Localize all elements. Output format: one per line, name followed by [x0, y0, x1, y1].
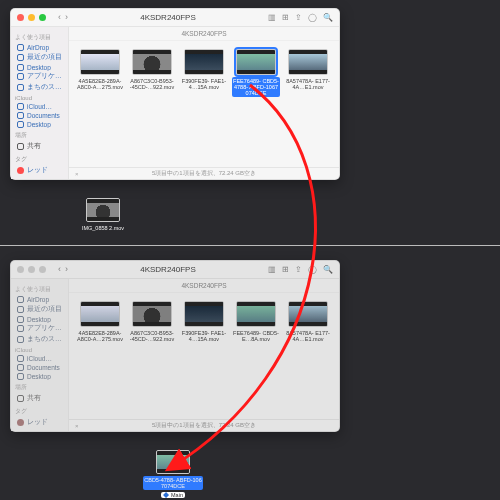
status-text: 5項目中の1項目を選択、72.24 GB空き [152, 169, 256, 178]
minimize-icon[interactable] [28, 266, 35, 273]
zoom-icon[interactable] [39, 266, 46, 273]
close-icon[interactable] [17, 266, 24, 273]
network-icon [17, 143, 24, 150]
sidebar-item-desktop[interactable]: Desktop [15, 315, 64, 323]
toolbar-tools[interactable]: ▥ ⊞ ⇪ ◯ 🔍 [268, 265, 333, 274]
file-grid[interactable]: 4A5E82E8-289A- A8C0-A…275.movA867C3C0-B9… [69, 41, 339, 167]
sidebar-item-desktop2[interactable]: Desktop [15, 120, 64, 128]
sidebar[interactable]: よく使う項目 AirDrop 最近の項目 Desktop アプリケ… まちのス…… [11, 279, 69, 431]
sidebar-item-tag-red[interactable]: レッド [15, 166, 64, 175]
sidebar-item-network[interactable]: 共有 [15, 394, 64, 403]
desktop-file-bottom[interactable]: CBD5-4788- ABFD-1067074DCE Main [148, 450, 198, 498]
airdrop-icon [17, 44, 24, 51]
sidebar-item-airdrop[interactable]: AirDrop [15, 296, 64, 304]
chevron-left-icon[interactable]: ‹ [58, 265, 61, 274]
clock-icon [17, 54, 24, 61]
sidebar[interactable]: よく使う項目 AirDrop 最近の項目 Desktop アプリケ… まちのス…… [11, 27, 69, 179]
sidebar-item-label: AirDrop [27, 296, 49, 303]
share-icon[interactable]: ⇪ [295, 265, 302, 274]
folder-icon [17, 336, 24, 343]
minimize-icon[interactable] [28, 14, 35, 21]
close-icon[interactable] [17, 14, 24, 21]
desktop-file-top[interactable]: IMG_0858 2.mov [78, 198, 128, 232]
titlebar[interactable]: ‹ › 4KSDR240FPS ▥ ⊞ ⇪ ◯ 🔍 [11, 261, 339, 279]
sidebar-item-documents[interactable]: Documents [15, 364, 64, 372]
sidebar-item-network[interactable]: 共有 [15, 142, 64, 151]
content-area[interactable]: 4KSDR240FPS 4A5E82E8-289A- A8C0-A…275.mo… [69, 279, 339, 431]
sidebar-item-label: まちのス… [27, 335, 62, 344]
view-icon[interactable]: ▥ [268, 13, 276, 22]
sidebar-item-desktop[interactable]: Desktop [15, 63, 64, 71]
zoom-icon[interactable] [39, 14, 46, 21]
apps-icon [17, 325, 24, 332]
group-header: 4KSDR240FPS [69, 27, 339, 41]
sidebar-head-locations: 場所 [15, 383, 64, 392]
file-item[interactable]: 4A5E82E8-289A- A8C0-A…275.mov [77, 301, 123, 343]
file-thumb [236, 301, 276, 327]
file-item[interactable]: A867C3C0-B953- -45CD-…922.mov [129, 49, 175, 91]
file-item[interactable]: FEE76489- CBD5-4788- ABFD-1067074DCE [233, 49, 279, 97]
file-item[interactable]: FEE76489- CBD5-E…8A.mov [233, 301, 279, 343]
sidebar-item-icloud[interactable]: iCloud… [15, 103, 64, 111]
search-icon[interactable]: 🔍 [323, 13, 333, 22]
path-close-icon[interactable]: × [75, 423, 79, 429]
traffic-lights[interactable] [17, 14, 46, 21]
file-grid[interactable]: 4A5E82E8-289A- A8C0-A…275.movA867C3C0-B9… [69, 293, 339, 419]
chevron-right-icon[interactable]: › [65, 13, 68, 22]
file-item[interactable]: 8A57478A- E177-4A…E1.mov [285, 49, 331, 91]
sidebar-item-label: レッド [27, 418, 48, 427]
cloud-icon [17, 103, 24, 110]
file-thumb [80, 49, 120, 75]
chevron-left-icon[interactable]: ‹ [58, 13, 61, 22]
sidebar-item-desktop2[interactable]: Desktop [15, 372, 64, 380]
sidebar-head-locations: 場所 [15, 131, 64, 140]
nav-back-forward[interactable]: ‹ › [58, 13, 68, 22]
sidebar-item-icloud[interactable]: iCloud… [15, 355, 64, 363]
sidebar-item-custom[interactable]: まちのス… [15, 334, 64, 343]
sidebar-item-custom[interactable]: まちのス… [15, 82, 64, 91]
tag-icon[interactable]: ◯ [308, 13, 317, 22]
sidebar-item-recents[interactable]: 最近の項目 [15, 53, 64, 62]
file-name: A867C3C0-B953- -45CD-…922.mov [128, 77, 176, 91]
file-name: 4A5E82E8-289A- A8C0-A…275.mov [76, 77, 124, 91]
traffic-lights[interactable] [17, 266, 46, 273]
file-name: IMG_0858 2.mov [73, 224, 133, 232]
sidebar-item-documents[interactable]: Documents [15, 112, 64, 120]
file-item[interactable]: A867C3C0-B953- -45CD-…922.mov [129, 301, 175, 343]
sidebar-item-label: Desktop [27, 64, 51, 71]
sidebar-item-apps[interactable]: アプリケ… [15, 72, 64, 81]
view-icon[interactable]: ▥ [268, 265, 276, 274]
group-icon[interactable]: ⊞ [282, 13, 289, 22]
sidebar-item-label: Desktop [27, 316, 51, 323]
file-item[interactable]: F390FE39- FAE1-4…15A.mov [181, 49, 227, 91]
chevron-right-icon[interactable]: › [65, 265, 68, 274]
sidebar-item-apps[interactable]: アプリケ… [15, 324, 64, 333]
path-close-icon[interactable]: × [75, 171, 79, 177]
search-icon[interactable]: 🔍 [323, 265, 333, 274]
sidebar-item-label: 共有 [27, 142, 41, 151]
tag-red-icon [17, 419, 24, 426]
file-item[interactable]: 4A5E82E8-289A- A8C0-A…275.mov [77, 49, 123, 91]
group-icon[interactable]: ⊞ [282, 265, 289, 274]
file-thumb [236, 49, 276, 75]
sidebar-head-icloud: iCloud [15, 95, 64, 101]
sidebar-item-tag-red[interactable]: レッド [15, 418, 64, 427]
file-name: FEE76489- CBD5-4788- ABFD-1067074DCE [232, 77, 280, 97]
sidebar-item-airdrop[interactable]: AirDrop [15, 44, 64, 52]
file-name: 4A5E82E8-289A- A8C0-A…275.mov [76, 329, 124, 343]
file-item[interactable]: 8A57478A- E177-4A…E1.mov [285, 301, 331, 343]
file-thumb [288, 301, 328, 327]
content-area[interactable]: 4KSDR240FPS 4A5E82E8-289A- A8C0-A…275.mo… [69, 27, 339, 179]
file-name: F390FE39- FAE1-4…15A.mov [180, 329, 228, 343]
tag-icon[interactable]: ◯ [308, 265, 317, 274]
nav-back-forward[interactable]: ‹ › [58, 265, 68, 274]
toolbar-tools[interactable]: ▥ ⊞ ⇪ ◯ 🔍 [268, 13, 333, 22]
sidebar-head-icloud: iCloud [15, 347, 64, 353]
share-icon[interactable]: ⇪ [295, 13, 302, 22]
file-item[interactable]: F390FE39- FAE1-4…15A.mov [181, 301, 227, 343]
titlebar[interactable]: ‹ › 4KSDR240FPS ▥ ⊞ ⇪ ◯ 🔍 [11, 9, 339, 27]
tag-red-icon [17, 167, 24, 174]
finder-window-bottom: ‹ › 4KSDR240FPS ▥ ⊞ ⇪ ◯ 🔍 よく使う項目 AirDrop… [10, 260, 340, 432]
sidebar-item-recents[interactable]: 最近の項目 [15, 305, 64, 314]
sidebar-head-tags: タグ [15, 155, 64, 164]
